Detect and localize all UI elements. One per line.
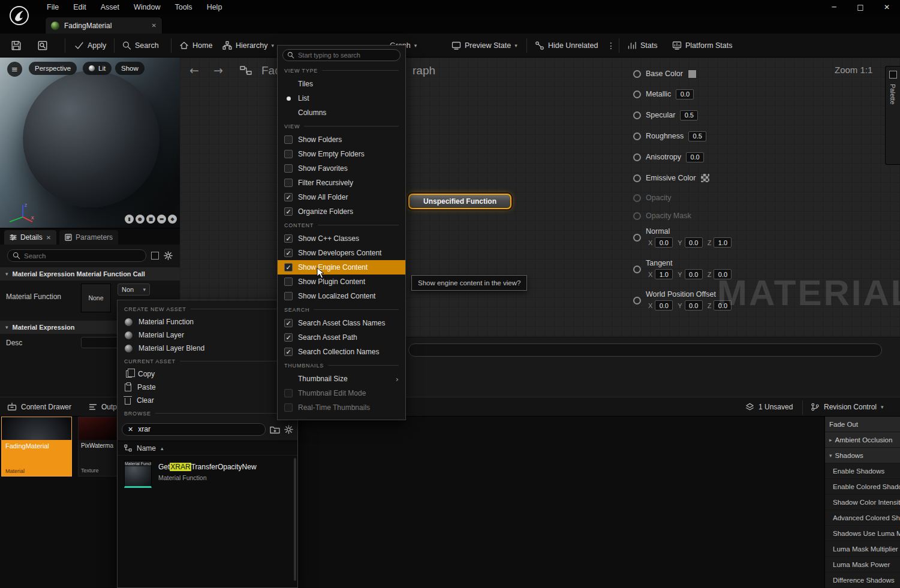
checkbox-checked-icon[interactable] (284, 234, 293, 243)
more-options-icon[interactable] (607, 41, 615, 50)
pin-row-roughness[interactable]: Roughness0.5 (633, 130, 706, 142)
tangent-x-value[interactable]: 1.0 (655, 269, 673, 279)
specular-value[interactable]: 0.5 (680, 110, 698, 120)
input-pin-icon[interactable] (633, 297, 641, 304)
content-drawer-button[interactable]: Content Drawer (7, 402, 71, 412)
checkbox-checked-icon[interactable] (284, 193, 293, 201)
checkbox-unchecked-icon[interactable] (284, 292, 293, 300)
menu-asset[interactable]: Asset (94, 0, 127, 15)
menu-search-input[interactable] (298, 52, 396, 59)
tab-parameters[interactable]: Parameters (59, 230, 118, 245)
maximize-icon[interactable] (847, 0, 874, 15)
row-luma-mask-multiplier[interactable]: Luma Mask Multiplier (825, 541, 900, 557)
lit-button[interactable]: Lit (83, 62, 112, 75)
checkbox-checked-icon[interactable] (284, 319, 293, 327)
wpo-z-value[interactable]: 0.0 (714, 300, 732, 310)
plane-shape-icon[interactable]: ▬ (157, 215, 166, 224)
row-luma-mask-power[interactable]: Luma Mask Power (825, 557, 900, 572)
graph-stats-bar[interactable] (408, 343, 882, 357)
menu-item-show-engine-content[interactable]: Show Engine Content (278, 260, 405, 275)
view-options-gear-icon[interactable] (284, 425, 293, 434)
pin-row-anisotropy[interactable]: Anisotropy0.0 (633, 151, 704, 163)
pin-row-opacity[interactable]: Opacity (633, 192, 671, 204)
tab-fading-material[interactable]: FadingMaterial (45, 17, 162, 34)
input-pin-icon[interactable] (633, 234, 641, 242)
asset-result-item[interactable]: Material Function GetXRARTransferOpacity… (118, 456, 297, 493)
menu-item-show-all-folder[interactable]: Show All Folder (278, 190, 405, 204)
nav-back-icon[interactable] (189, 64, 199, 77)
tangent-y-value[interactable]: 0.0 (685, 269, 703, 279)
menu-window[interactable]: Window (127, 0, 167, 15)
input-pin-icon[interactable] (633, 174, 641, 182)
menu-item-material-layer[interactable]: Material Layer (118, 328, 297, 342)
row-ambient-occlusion[interactable]: Ambient Occlusion (825, 432, 900, 448)
menu-item-show-plugin-content[interactable]: Show Plugin Content (278, 275, 405, 289)
input-pin-icon[interactable] (633, 111, 641, 119)
menu-item-tiles[interactable]: Tiles (278, 77, 405, 91)
input-pin-icon[interactable] (633, 91, 641, 98)
input-pin-icon[interactable] (633, 153, 641, 161)
menu-item-show-cpp-classes[interactable]: Show C++ Classes (278, 231, 405, 246)
results-scrollbar[interactable] (294, 458, 296, 581)
stats-button[interactable]: Stats (627, 41, 658, 50)
asset-tile-pix-watermark[interactable]: PixWaterma Texture (78, 417, 118, 477)
input-pin-icon[interactable] (633, 266, 641, 273)
platform-stats-button[interactable]: Platform Stats (672, 41, 733, 50)
row-shadows-use-luma[interactable]: Shadows Use Luma M (825, 526, 900, 541)
asset-search-input[interactable] (138, 425, 260, 433)
menu-edit[interactable]: Edit (66, 0, 94, 15)
custom-mesh-icon[interactable]: ◆ (168, 215, 177, 224)
expand-icon[interactable] (829, 437, 832, 443)
preview-state-button[interactable]: Preview State (451, 41, 517, 50)
row-advanced-colored-shadow[interactable]: Advanced Colored Sha (825, 510, 900, 526)
details-search-box[interactable] (7, 249, 146, 262)
normal-z-value[interactable]: 1.0 (714, 237, 732, 248)
checkbox-checked-icon[interactable] (284, 263, 293, 272)
pin-row-base-color[interactable]: Base Color (633, 68, 697, 80)
roughness-value[interactable]: 0.5 (688, 131, 706, 141)
menu-file[interactable]: File (40, 0, 66, 15)
unsaved-button[interactable]: 1 Unsaved (745, 402, 793, 411)
search-button[interactable]: Search (122, 41, 159, 50)
hierarchy-button[interactable]: Hierarchy (222, 41, 274, 50)
details-tab-close-icon[interactable] (46, 234, 51, 241)
menu-item-search-asset-class-names[interactable]: Search Asset Class Names (278, 316, 405, 330)
pin-row-tangent[interactable]: Tangent X1.0Y0.0Z0.0 (633, 259, 732, 279)
pin-row-opacity-mask[interactable]: Opacity Mask (633, 210, 691, 222)
unspecified-function-node[interactable]: Unspecified Function (408, 194, 511, 209)
menu-item-material-function[interactable]: Material Function (118, 315, 297, 328)
wpo-y-value[interactable]: 0.0 (685, 300, 703, 310)
tangent-z-value[interactable]: 0.0 (714, 269, 732, 279)
apply-button[interactable]: Apply (74, 41, 106, 50)
menu-item-search-collection-names[interactable]: Search Collection Names (278, 345, 405, 359)
checkbox-unchecked-icon[interactable] (284, 164, 293, 173)
menu-item-thumbnail-edit-mode[interactable]: Thumbnail Edit Mode (278, 386, 405, 400)
tab-details[interactable]: Details (4, 230, 56, 245)
row-shadow-color-intensity[interactable]: Shadow Color Intensity (825, 494, 900, 510)
menu-item-clear[interactable]: Clear (118, 394, 297, 407)
menu-item-show-localized-content[interactable]: Show Localized Content (278, 289, 405, 303)
normal-y-value[interactable]: 0.0 (685, 237, 703, 248)
nav-forward-icon[interactable] (213, 64, 223, 77)
checkbox-unchecked-icon[interactable] (284, 403, 293, 412)
menu-item-paste[interactable]: Paste (118, 381, 297, 394)
menu-item-show-empty-folders[interactable]: Show Empty Folders (278, 147, 405, 161)
row-enable-shadows[interactable]: Enable Shadows (825, 463, 900, 479)
checkbox-checked-icon[interactable] (284, 207, 293, 216)
menu-item-show-favorites[interactable]: Show Favorites (278, 161, 405, 176)
show-button[interactable]: Show (115, 62, 145, 75)
pin-row-metallic[interactable]: Metallic0.0 (633, 88, 694, 100)
details-settings-gear-icon[interactable] (164, 251, 173, 260)
pin-row-specular[interactable]: Specular0.5 (633, 109, 698, 121)
checkbox-unchecked-icon[interactable] (284, 135, 293, 144)
display-options-icon[interactable] (151, 252, 159, 260)
menu-item-show-developers-content[interactable]: Show Developers Content (278, 246, 405, 260)
menu-item-columns[interactable]: Columns (278, 105, 405, 120)
pin-row-normal[interactable]: Normal X0.0Y0.0Z1.0 (633, 227, 732, 248)
tab-close-icon[interactable] (152, 22, 156, 29)
cylinder-shape-icon[interactable]: ▮ (125, 215, 134, 224)
section-material-function-call[interactable]: Material Expression Material Function Ca… (0, 267, 180, 281)
minimize-icon[interactable] (821, 0, 847, 15)
save-search-folder-icon[interactable] (270, 425, 280, 434)
checkbox-unchecked-icon[interactable] (284, 179, 293, 187)
